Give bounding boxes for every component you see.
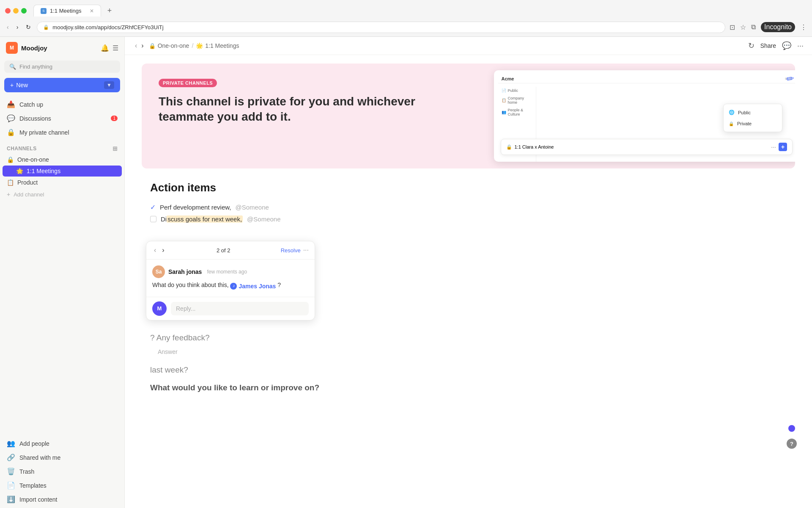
comment-popup: ‹ › 2 of 2 Resolve ··· Sa Sarah jonas fe… [146,241,315,320]
action-items-heading: Action items [150,181,787,194]
forward-nav-arrow[interactable]: › [140,41,145,50]
browser-menu-icon[interactable]: ⋮ [800,23,807,31]
nav-arrows: ‹ › [133,41,145,50]
back-button[interactable]: ‹ [5,22,11,32]
add-channel-icon[interactable]: ⊞ [112,145,118,152]
channel-more-icon[interactable]: ··· [771,144,776,150]
check-done-icon[interactable]: ✓ [150,203,156,211]
search-icon: 🔍 [9,64,16,70]
question-section: ⠿ ▼ What was last week's highlight? ‹ › … [142,225,795,395]
sidebar-header: M Moodjoy 🔔 ☰ [0,37,124,59]
minimize-window-button[interactable] [13,8,19,14]
comment-time: few moments ago [207,269,247,275]
discussions-icon: 💬 [7,114,15,122]
banner-text-area: PRIVATE CHANNELS This channel is private… [142,64,486,168]
address-bar: ‹ › ↻ 🔒 moodjoy.slite.com/app/docs/ZRhfC… [0,18,812,36]
cast-icon[interactable]: ⊡ [730,23,735,31]
add-people-label: Add people [19,440,49,447]
shared-label: Shared with me [19,454,60,461]
reply-input[interactable]: Reply... [171,302,309,315]
extension-icon[interactable]: ⧉ [751,23,756,31]
breadcrumb: 🔒 One-on-one / 🌟 1:1 Meetings [149,42,745,49]
sidebar-item-meetings[interactable]: 🌟 1:1 Meetings [3,166,122,177]
breadcrumb-parent[interactable]: 🔒 One-on-one [149,42,189,49]
search-bar[interactable]: 🔍 Find anything [4,61,120,73]
breadcrumb-separator: / [192,42,193,49]
sidebar-bottom-nav: 👥 Add people 🔗 Shared with me 🗑️ Trash 📄… [0,435,124,508]
sidebar-item-private-channel[interactable]: 🔒 My private channel [3,125,122,139]
discussions-label: Discussions [19,115,51,122]
add-channel-plus-icon: + [7,191,10,198]
breadcrumb-current[interactable]: 🌟 1:1 Meetings [196,42,239,49]
active-tab[interactable]: S 1:1 Meetings ✕ [33,5,101,17]
sidebar-item-import[interactable]: ⬇️ Import content [3,492,122,506]
forward-button[interactable]: › [15,22,20,32]
product-icon: 📋 [7,179,14,186]
sidebar-item-one-on-one[interactable]: 🔒 One-on-one [3,154,122,166]
close-window-button[interactable] [5,8,11,14]
refresh-button[interactable]: ↻ [24,22,33,32]
workspace-name[interactable]: M Moodjoy [6,42,47,54]
new-button[interactable]: + New ▼ [4,78,120,92]
sidebar-item-shared-with-me[interactable]: 🔗 Shared with me [3,450,122,464]
top-bar-actions: ↻ Share 💬 ··· [748,41,804,50]
private-channel-label: My private channel [19,129,69,136]
close-tab-button[interactable]: ✕ [90,8,94,14]
comment-prev-arrow[interactable]: ‹ [152,246,158,255]
comment-next-arrow[interactable]: › [160,246,166,255]
share-button[interactable]: Share [760,42,776,49]
channel-add-button[interactable]: + [779,143,787,151]
comment-body: Sa Sarah jonas few moments ago What do y… [146,260,315,297]
catch-up-icon: 📥 [7,100,15,108]
channel-lock-icon: 🔒 [506,144,512,150]
new-button-arrow[interactable]: ▼ [104,81,114,89]
one-on-one-label: One-on-one [17,156,49,163]
add-people-icon: 👥 [7,439,15,447]
catch-up-label: Catch up [19,101,43,108]
sidebar-item-catch-up[interactable]: 📥 Catch up [3,97,122,111]
comment-icon[interactable]: 💬 [782,41,791,50]
bookmark-icon[interactable]: ☆ [740,23,746,31]
sidebar-item-discussions[interactable]: 💬 Discussions 1 [3,111,122,125]
more-questions: ? Any feedback? Answer last week? What w… [150,331,787,395]
help-button[interactable]: ? [787,439,797,449]
action-item-2-mention[interactable]: @Someone [247,215,280,223]
commenter-name: Sarah jonas [168,268,202,275]
action-item-2: Discuss goals for next week, @Someone [150,213,787,225]
trash-icon: 🗑️ [7,467,15,475]
comment-more-button[interactable]: ··· [303,246,309,254]
lock-channel-icon: 🔒 [7,156,14,163]
action-item-1-mention[interactable]: @Someone [235,204,269,211]
product-label: Product [17,179,38,186]
sidebar-item-product[interactable]: 📋 Product [3,177,122,188]
top-bar: ‹ › 🔒 One-on-one / 🌟 1:1 Meetings ↻ Shar… [125,37,812,55]
maximize-window-button[interactable] [21,8,27,14]
sidebar-item-templates[interactable]: 📄 Templates [3,478,122,492]
import-icon: ⬇️ [7,495,15,503]
document-content: PRIVATE CHANNELS This channel is private… [125,55,812,508]
more-options-icon[interactable]: ··· [797,41,804,50]
resolve-button[interactable]: Resolve [281,247,301,254]
meetings-bc-icon: 🌟 [196,42,203,49]
sidebar-item-trash[interactable]: 🗑️ Trash [3,464,122,478]
banner-illustration: Acme 📄 Public 📋 Company home 👥 People & … [486,64,796,168]
lock-icon: 🔒 [43,25,49,30]
notifications-icon[interactable]: 🔔 [101,44,109,52]
comment-count: 2 of 2 [169,247,278,254]
mention-link[interactable]: J James Jonas [230,282,276,291]
incognito-badge: Incognito [761,22,795,32]
app-container: M Moodjoy 🔔 ☰ 🔍 Find anything + New ▼ 📥 [0,37,812,508]
discussions-badge: 1 [111,116,118,121]
search-placeholder: Find anything [19,64,52,70]
action-item-1-text: Perf development review, [160,204,231,211]
new-tab-button[interactable]: + [104,5,115,17]
check-empty-box[interactable] [150,216,156,222]
sidebar-item-add-people[interactable]: 👥 Add people [3,436,122,450]
sync-icon[interactable]: ↻ [748,41,754,50]
back-nav-arrow[interactable]: ‹ [133,41,139,50]
sidebar-item-add-channel[interactable]: + Add channel [3,188,122,200]
collapse-sidebar-icon[interactable]: ☰ [112,44,118,52]
feedback-question: ? Any feedback? [150,331,787,345]
url-bar[interactable]: 🔒 moodjoy.slite.com/app/docs/ZRhfCEFYo3U… [37,22,725,33]
mention-avatar: J [230,283,237,290]
